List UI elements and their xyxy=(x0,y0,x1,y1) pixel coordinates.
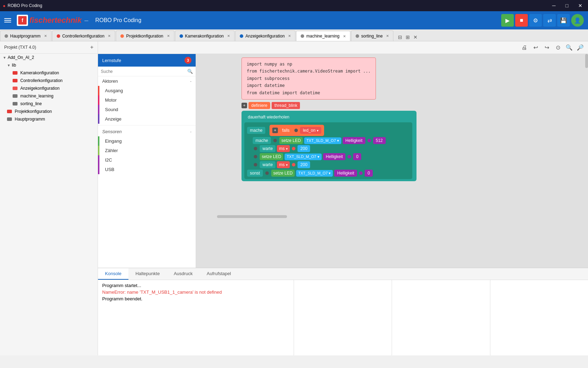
tab-close-kamerakonfiguration[interactable]: ✕ xyxy=(227,34,230,38)
warte-block-1[interactable]: warte xyxy=(260,145,275,152)
canvas-inner[interactable]: import numpy as np from fischertechnik.c… xyxy=(196,54,588,268)
tree-item-hauptprogramm[interactable]: Hauptprogramm xyxy=(0,115,98,123)
tab-aufrufstapel[interactable]: Aufrufstapel xyxy=(200,268,238,280)
definiere-block[interactable]: definiere xyxy=(248,102,270,109)
falls-plus[interactable]: + xyxy=(272,128,278,133)
tree-item-machine-learning[interactable]: machine_learning xyxy=(0,92,98,100)
txt-sld-block-2[interactable]: TXT_SLD_M_O7 ▾ xyxy=(285,154,321,160)
sonst-block[interactable]: sonst xyxy=(247,170,263,177)
ausdruck-panel xyxy=(392,280,490,355)
zoom-in-button[interactable]: 🔍 xyxy=(564,43,574,53)
tab-close-hauptprogramm[interactable]: ✕ xyxy=(44,34,47,38)
tab-kamerakonfiguration[interactable]: Kamerakonfiguration ✕ xyxy=(175,30,235,41)
tab-anzeigekonfiguration[interactable]: Anzeigekonfiguration ✕ xyxy=(235,30,295,41)
tab-close-anzeigekonfiguration[interactable]: ✕ xyxy=(288,34,291,38)
tab-bar-icons: ⊟ ⊞ ✕ xyxy=(394,33,421,41)
tree-item-lib[interactable]: ▼ lib xyxy=(0,61,98,69)
play-button[interactable]: ▶ xyxy=(501,14,514,27)
stop-button[interactable]: ■ xyxy=(515,14,528,27)
connect-button[interactable]: ⇄ xyxy=(543,14,556,27)
ms-block-1[interactable]: ms ▾ xyxy=(277,145,290,152)
titlebar-title: ROBO Pro Coding xyxy=(8,3,42,8)
search-input[interactable] xyxy=(101,69,185,74)
val-0-block-2[interactable]: 0 xyxy=(365,170,373,177)
tab-hauptprogramm[interactable]: Hauptprogramm ✕ xyxy=(0,30,51,41)
val-512-block[interactable]: 512 xyxy=(373,137,386,144)
tab-expand-button[interactable]: ⊟ xyxy=(397,33,403,41)
category-item-anzeige[interactable]: Anzeige xyxy=(98,114,196,124)
setze-led-block-3[interactable]: setze LED xyxy=(271,170,295,177)
sidebar-add-button[interactable]: + xyxy=(90,44,93,50)
minimize-button[interactable]: ─ xyxy=(550,2,559,9)
vertical-scrollbar[interactable] xyxy=(585,54,588,268)
val-200-block-2[interactable]: 200 xyxy=(298,161,310,168)
save-button[interactable]: 💾 xyxy=(557,14,570,27)
vscroll-thumb[interactable] xyxy=(585,54,588,68)
thread-blink-block[interactable]: thread_blink xyxy=(272,102,300,109)
mache-inner-block-1[interactable]: mache xyxy=(253,137,271,144)
tab-close-projektkonfiguration[interactable]: ✕ xyxy=(167,34,170,38)
tab-close-controllerkonfiguration[interactable]: ✕ xyxy=(108,34,111,38)
import-line-3: import subprocess xyxy=(247,75,371,82)
helligkeit-block-3[interactable]: Helligkeit xyxy=(334,170,357,177)
category-item-i2c[interactable]: I2C xyxy=(98,155,196,165)
ausgang-label: Ausgang xyxy=(105,88,123,93)
zoom-out-button[interactable]: 🔎 xyxy=(575,43,585,53)
tree-item-sorting-line[interactable]: sorting_line xyxy=(0,100,98,108)
ms-block-2[interactable]: ms ▾ xyxy=(277,161,290,168)
txt-sld-block-1[interactable]: TXT_SLD_M_O7 ▾ xyxy=(304,137,341,144)
aktoren-header[interactable]: Aktoren · xyxy=(98,76,196,86)
menu-icon[interactable] xyxy=(4,18,11,22)
txt-sld-block-3[interactable]: TXT_SLD_M_O7 ▾ xyxy=(296,170,333,177)
hscroll-thumb[interactable] xyxy=(217,215,287,218)
val-0-block-1[interactable]: 0 xyxy=(353,153,361,160)
category-item-usb[interactable]: USB xyxy=(98,165,196,174)
print-button[interactable]: 🖨 xyxy=(519,43,529,53)
sensoren-header[interactable]: Sensoren · xyxy=(98,127,196,136)
tab-ausdruck[interactable]: Ausdruck xyxy=(167,268,200,280)
tab-projektkonfiguration[interactable]: Projektkonfiguration ✕ xyxy=(116,30,174,41)
mache-block[interactable]: mache xyxy=(247,127,265,134)
led-on-block[interactable]: led_on ▾ xyxy=(300,127,321,134)
tree-item-controllerkonfiguration[interactable]: Controllerkonfiguration xyxy=(0,77,98,84)
dauerhaft-block[interactable]: dauerhaft wiederholen xyxy=(244,114,293,121)
tab-controllerkonfiguration[interactable]: Controllerkonfiguration ✕ xyxy=(52,30,115,41)
redo-button[interactable]: ↪ xyxy=(542,43,552,53)
helligkeit-block-2[interactable]: Helligkeit xyxy=(323,153,346,160)
tree-item-addon[interactable]: ▼ Add_On_AI_2 xyxy=(0,54,98,61)
tree-item-anzeigekonfiguration[interactable]: Anzeigekonfiguration xyxy=(0,84,98,92)
undo-button[interactable]: ↩ xyxy=(531,43,540,53)
blocks-panel: Lernstufe 3 🔍 Aktoren · Ausgang xyxy=(98,54,588,268)
close-button[interactable]: ✕ xyxy=(575,2,585,9)
tree-item-projektkonfiguration[interactable]: Projektkonfiguration xyxy=(0,108,98,115)
setze-led-block-1[interactable]: setze LED xyxy=(279,137,303,144)
definiere-plus[interactable]: + xyxy=(241,103,247,108)
tab-close-machine-learning[interactable]: ✕ xyxy=(343,34,346,38)
tab-split-button[interactable]: ⊞ xyxy=(405,33,411,41)
horizontal-scrollbar[interactable] xyxy=(196,215,588,218)
tree-item-kamerakonfiguration[interactable]: Kamerakonfiguration xyxy=(0,69,98,77)
category-item-eingang[interactable]: Eingang xyxy=(98,136,196,146)
category-item-sound[interactable]: Sound xyxy=(98,105,196,114)
build-button[interactable]: ⚙ xyxy=(529,14,542,27)
val-200-block-1[interactable]: 200 xyxy=(298,145,310,152)
category-item-ausgang[interactable]: Ausgang xyxy=(98,86,196,95)
display-icon xyxy=(13,87,18,90)
category-item-motor[interactable]: Motor xyxy=(98,95,196,105)
helligkeit-block-1[interactable]: Helligkeit xyxy=(343,137,365,144)
falls-block[interactable]: falls xyxy=(279,127,292,134)
tab-haltepunkte[interactable]: Haltepunkte xyxy=(128,268,167,280)
sonst-row: sonst setze LED TXT_SLD_M_O7 ▾ Helligkei… xyxy=(247,170,410,177)
tab-close-sorting-line[interactable]: ✕ xyxy=(386,34,389,38)
tab-sorting-line[interactable]: sorting_line ✕ xyxy=(351,30,393,41)
center-button[interactable]: ⊙ xyxy=(553,43,563,53)
setze-led-block-2[interactable]: setze LED xyxy=(260,153,283,160)
tab-machine-learning[interactable]: machine_learning ✕ xyxy=(296,31,350,41)
warte-block-2[interactable]: warte xyxy=(260,161,275,168)
tab-konsole[interactable]: Konsole xyxy=(98,268,128,280)
console-line-2: NameError: name 'TXT_M_USB1_1_camera' is… xyxy=(102,289,289,295)
user-button[interactable]: 👤 xyxy=(571,14,584,27)
maximize-button[interactable]: □ xyxy=(563,2,571,9)
tab-close-all-button[interactable]: ✕ xyxy=(412,33,419,41)
category-item-zaehler[interactable]: Zähler xyxy=(98,146,196,155)
